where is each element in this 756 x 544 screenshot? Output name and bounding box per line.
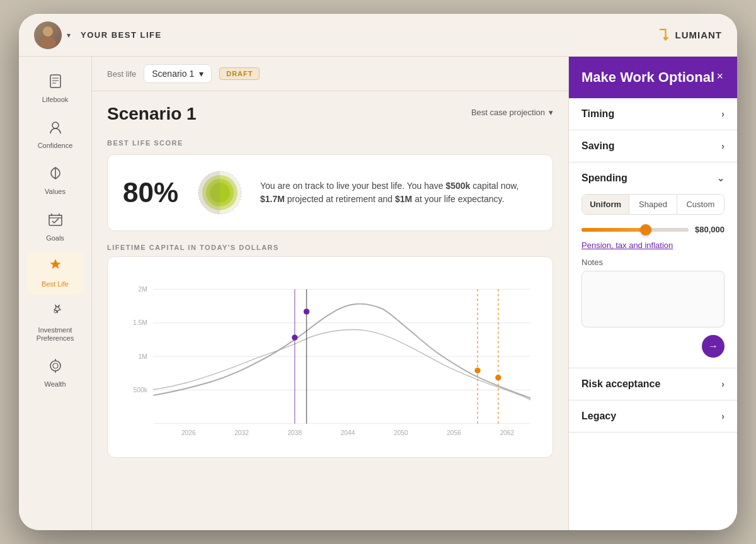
timing-chevron: › (721, 109, 724, 119)
section-timing: Timing › (569, 98, 737, 130)
lifebook-icon (47, 73, 64, 93)
notes-submit-button[interactable]: → (702, 335, 724, 358)
investment-icon (47, 303, 64, 324)
sidebar-item-confidence[interactable]: Confidence (27, 113, 84, 156)
notes-textarea[interactable] (581, 271, 724, 327)
user-menu-chevron[interactable]: ▾ (67, 31, 71, 40)
sidebar-item-best-life[interactable]: Best Life (27, 251, 84, 295)
notes-submit-area: → (581, 335, 724, 358)
scenario-selector[interactable]: Scenario 1 ▾ (144, 64, 212, 83)
svg-text:2044: 2044 (341, 430, 355, 437)
projection-chevron: ▾ (549, 108, 553, 117)
sidebar-item-wealth[interactable]: Wealth (27, 351, 84, 395)
spending-slider[interactable] (581, 228, 689, 232)
score-value: 80% (123, 177, 180, 208)
section-risk: Risk acceptance › (569, 368, 737, 400)
spending-header[interactable]: Spending ⌄ (569, 162, 737, 194)
avatar[interactable] (34, 21, 62, 49)
svg-text:2032: 2032 (234, 430, 249, 437)
score-description: You are on track to live your best life.… (260, 179, 537, 206)
sidebar-item-values[interactable]: Values (27, 159, 84, 202)
risk-header[interactable]: Risk acceptance › (569, 368, 737, 400)
body-layout: Lifebook Confidence (19, 57, 737, 530)
timing-header[interactable]: Timing › (569, 98, 737, 130)
legacy-chevron: › (721, 411, 724, 421)
slider-value: $80,000 (695, 225, 724, 234)
sidebar-label-best-life: Best Life (42, 280, 69, 288)
svg-text:1.5M: 1.5M (133, 319, 147, 326)
sidebar-label-confidence: Confidence (38, 142, 73, 150)
slider-thumb[interactable] (640, 224, 651, 235)
right-panel: Make Work Optional × Timing › Saving › (568, 57, 737, 530)
saving-label: Saving (581, 140, 614, 152)
sidebar-label-lifebook: Lifebook (42, 96, 69, 104)
slider-fill (581, 228, 648, 232)
panel-title: Make Work Optional (581, 69, 714, 86)
scenario-bar: Best life Scenario 1 ▾ DRAFT (92, 57, 568, 91)
svg-point-11 (53, 363, 58, 368)
spending-slider-row: $80,000 (581, 225, 724, 234)
svg-text:2056: 2056 (447, 430, 461, 437)
chart-label: LIFETIME CAPITAL IN TODAY'S DOLLARS (107, 244, 553, 251)
panel-close-button[interactable]: × (715, 69, 724, 83)
legacy-header[interactable]: Legacy › (569, 400, 737, 432)
values-icon (47, 165, 64, 185)
tab-uniform[interactable]: Uniform (582, 195, 629, 214)
sidebar-label-wealth: Wealth (44, 380, 66, 388)
spending-body: Uniform Shaped Custom $80,000 Pension, t… (569, 194, 737, 368)
section-saving: Saving › (569, 130, 737, 162)
projection-label: Best case projection (471, 108, 545, 117)
best-life-icon (47, 258, 64, 278)
svg-point-36 (292, 334, 297, 340)
svg-text:2062: 2062 (500, 430, 514, 437)
spending-tabs: Uniform Shaped Custom (581, 194, 724, 215)
score-circle-chart (195, 167, 245, 218)
svg-point-9 (54, 310, 57, 313)
svg-point-38 (304, 309, 309, 314)
main-content: Best life Scenario 1 ▾ DRAFT Scenario 1 … (92, 57, 568, 530)
notes-label: Notes (581, 258, 724, 267)
sidebar-label-values: Values (45, 188, 66, 196)
svg-text:2M: 2M (139, 286, 147, 293)
section-spending: Spending ⌄ Uniform Shaped Custom $8 (569, 162, 737, 368)
sidebar-item-goals[interactable]: Goals (27, 205, 84, 249)
sidebar: Lifebook Confidence (19, 57, 92, 530)
svg-text:500k: 500k (134, 387, 148, 394)
panel-header: Make Work Optional × (569, 57, 737, 98)
sidebar-label-investment: Investment Preferences (32, 326, 79, 343)
legacy-label: Legacy (581, 411, 616, 422)
wealth-icon (47, 358, 64, 378)
svg-point-10 (50, 361, 60, 371)
spending-chevron: ⌄ (717, 173, 724, 183)
tab-custom[interactable]: Custom (677, 195, 724, 214)
timing-label: Timing (581, 108, 614, 120)
svg-text:2050: 2050 (394, 430, 408, 437)
svg-point-0 (43, 26, 53, 37)
spending-label: Spending (581, 173, 627, 184)
sidebar-item-investment[interactable]: Investment Preferences (27, 297, 84, 349)
svg-point-41 (474, 368, 480, 373)
scenario-content: Scenario 1 Best case projection ▾ BEST L… (92, 91, 568, 530)
draft-badge: DRAFT (219, 67, 260, 80)
svg-point-42 (495, 375, 501, 380)
risk-chevron: › (721, 379, 724, 389)
svg-text:2038: 2038 (287, 430, 302, 437)
saving-header[interactable]: Saving › (569, 130, 737, 162)
score-card: 80% You are on track to live your best l (107, 154, 553, 231)
risk-label: Risk acceptance (581, 378, 660, 390)
tablet-frame: ▾ YOUR BEST LIFE ⮧ LUMIANT Lifebook (19, 14, 737, 530)
sidebar-item-lifebook[interactable]: Lifebook (27, 67, 84, 110)
projection-selector[interactable]: Best case projection ▾ (471, 108, 553, 117)
logo-bird-icon: ⮧ (657, 27, 672, 43)
goals-icon (47, 212, 64, 232)
tab-shaped[interactable]: Shaped (629, 195, 677, 214)
pension-link[interactable]: Pension, tax and inflation (581, 241, 724, 250)
logo: ⮧ LUMIANT (657, 27, 723, 43)
chart-container: 2M 1.5M 1M 500k 2026 2032 2038 2044 2050… (107, 256, 553, 458)
scenario-name: Scenario 1 (152, 69, 194, 79)
scenario-title: Scenario 1 (107, 104, 197, 124)
scenario-chevron: ▾ (199, 69, 203, 79)
section-legacy: Legacy › (569, 400, 737, 433)
breadcrumb: Best life (107, 69, 136, 79)
score-section-label: BEST LIFE SCORE (107, 139, 553, 147)
